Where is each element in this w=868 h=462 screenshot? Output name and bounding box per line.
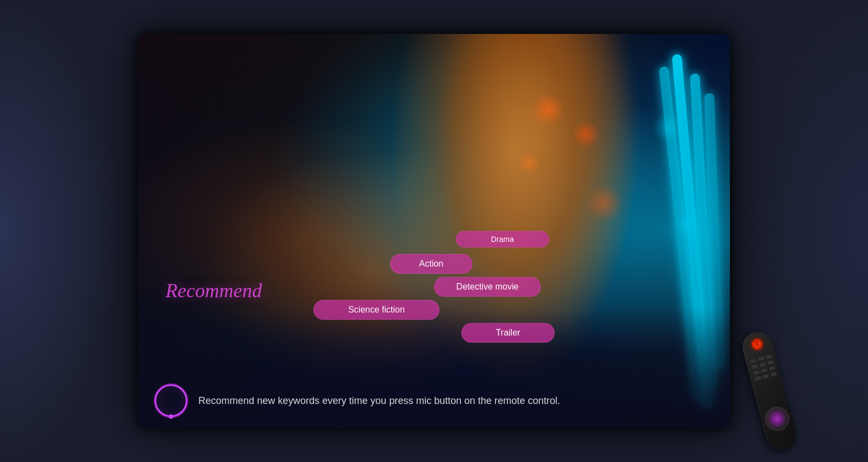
mic-icon [155, 384, 187, 417]
keyword-pill-detective[interactable]: Detective movie [434, 277, 541, 297]
tv-frame: Drama Action Detective movie Science fic… [138, 34, 730, 428]
instruction-text: Recommend new keywords every time you pr… [198, 395, 713, 407]
remote-btn-12[interactable] [769, 371, 777, 377]
keyword-pill-drama[interactable]: Drama [456, 231, 549, 247]
keyword-pill-trailer[interactable]: Trailer [461, 323, 555, 343]
remote-btn-9[interactable] [768, 365, 776, 371]
remote-body [739, 329, 800, 453]
bg-glow-left [0, 0, 121, 462]
remote-btn-8[interactable] [760, 367, 768, 373]
remote-buttons-grid [749, 354, 777, 381]
bottom-bar: Recommend new keywords every time you pr… [138, 373, 730, 428]
remote-btn-10[interactable] [753, 375, 761, 381]
recommend-label: Recommend [165, 279, 262, 302]
remote-btn-6[interactable] [767, 359, 774, 365]
remote-btn-3[interactable] [765, 354, 773, 360]
tv-screen: Drama Action Detective movie Science fic… [138, 34, 730, 428]
keyword-pill-scifi[interactable]: Science fiction [313, 300, 439, 320]
remote-mic-button[interactable] [769, 411, 785, 426]
remote-btn-1[interactable] [749, 358, 757, 364]
remote-nav-ring[interactable] [762, 404, 792, 434]
remote-power-button[interactable] [750, 338, 763, 351]
remote-btn-2[interactable] [757, 356, 764, 362]
ui-content: Drama Action Detective movie Science fic… [138, 34, 730, 428]
mic-icon-wrapper [155, 384, 187, 417]
remote-btn-11[interactable] [762, 373, 769, 379]
remote-control [736, 287, 802, 462]
remote-btn-4[interactable] [751, 363, 758, 369]
remote-btn-7[interactable] [752, 369, 760, 376]
remote-btn-5[interactable] [758, 361, 766, 367]
mic-dot [169, 414, 173, 419]
keyword-pill-action[interactable]: Action [390, 254, 472, 274]
